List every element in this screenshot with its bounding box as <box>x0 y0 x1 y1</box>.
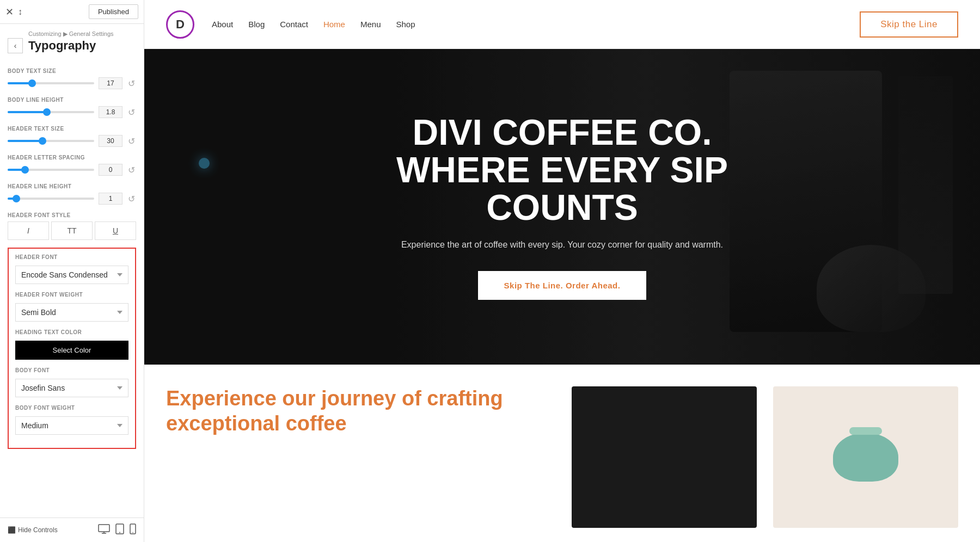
body-font-label: BODY FONT <box>15 367 128 373</box>
italic-button[interactable]: I <box>8 221 49 240</box>
close-button[interactable]: ✕ <box>5 6 14 18</box>
device-icons <box>98 523 136 537</box>
hero-cta-button[interactable]: Skip The Line. Order Ahead. <box>478 271 647 300</box>
header-font-style-group: HEADER FONT STYLE I TT U <box>8 212 136 240</box>
sort-button[interactable]: ↕ <box>18 7 22 17</box>
body-line-height-label: BODY LINE HEIGHT <box>8 97 136 103</box>
header-font-style-label: HEADER FONT STYLE <box>8 212 136 218</box>
header-text-size-group: HEADER TEXT SIZE ↺ <box>8 126 136 147</box>
section-heading: Experience our journey of crafting excep… <box>166 386 555 436</box>
body-font-group: BODY FONT Josefin Sans Arial Georgia Rob… <box>15 367 128 397</box>
body-text-size-value[interactable] <box>99 77 122 89</box>
panel-controls: BODY TEXT SIZE ↺ BODY LINE HEIGHT ↺ <box>0 63 144 518</box>
header-font-label: HEADER FONT <box>15 254 128 260</box>
content-card-2 <box>773 386 958 528</box>
header-font-group: HEADER FONT Encode Sans Condensed Arial … <box>15 254 128 284</box>
header-text-size-reset[interactable]: ↺ <box>127 136 136 146</box>
top-bar-left: ✕ ↕ <box>5 6 22 18</box>
content-left: Experience our journey of crafting excep… <box>166 386 555 531</box>
mobile-icon-button[interactable] <box>130 523 136 537</box>
nav-home[interactable]: Home <box>323 20 345 29</box>
header-letter-spacing-row: ↺ <box>8 164 136 176</box>
tablet-icon-button[interactable] <box>115 523 124 537</box>
nav-skip-line-button[interactable]: Skip the Line <box>860 11 958 38</box>
body-text-size-reset[interactable]: ↺ <box>127 78 136 89</box>
header-font-select[interactable]: Encode Sans Condensed Arial Georgia Robo… <box>15 266 128 284</box>
body-line-height-slider[interactable] <box>8 111 94 113</box>
site-preview: D About Blog Contact Home Menu Shop Skip… <box>144 0 980 542</box>
nav-menu[interactable]: Menu <box>360 20 381 29</box>
header-line-height-value[interactable] <box>99 193 122 205</box>
site-logo: D <box>166 10 194 39</box>
hero-title: DIVI COFFEE CO. WHERE EVERY SIP COUNTS <box>356 114 769 227</box>
bottom-bar: ⬛ Hide Controls <box>0 518 144 542</box>
body-font-weight-label: BODY FONT WEIGHT <box>15 405 128 411</box>
body-text-size-label: BODY TEXT SIZE <box>8 68 136 74</box>
breadcrumb: Customizing ▶ General Settings Typograph… <box>28 30 114 60</box>
header-letter-spacing-reset[interactable]: ↺ <box>127 165 136 175</box>
nav-blog[interactable]: Blog <box>248 20 265 29</box>
header-line-height-slider[interactable] <box>8 198 94 200</box>
body-line-height-row: ↺ <box>8 106 136 118</box>
body-font-select[interactable]: Josefin Sans Arial Georgia Roboto <box>15 379 128 397</box>
header-font-weight-label: HEADER FONT WEIGHT <box>15 292 128 298</box>
body-font-weight-select[interactable]: Medium Regular Bold Light <box>15 416 128 435</box>
heading-text-color-label: HEADING TEXT COLOR <box>15 329 128 335</box>
header-text-size-slider[interactable] <box>8 140 94 142</box>
header-letter-spacing-value[interactable] <box>99 164 122 176</box>
back-button[interactable]: ‹ <box>8 38 23 53</box>
top-bar: ✕ ↕ Published <box>0 0 144 24</box>
content-card-1 <box>572 386 757 528</box>
body-font-weight-group: BODY FONT WEIGHT Medium Regular Bold Lig… <box>15 405 128 435</box>
body-line-height-value[interactable] <box>99 106 122 118</box>
header-letter-spacing-slider[interactable] <box>8 169 94 171</box>
body-text-size-row: ↺ <box>8 77 136 89</box>
header-line-height-label: HEADER LINE HEIGHT <box>8 183 136 189</box>
header-text-size-row: ↺ <box>8 135 136 147</box>
desktop-icon-button[interactable] <box>98 523 110 537</box>
svg-point-2 <box>119 532 120 533</box>
panel-title: Typography <box>28 38 114 60</box>
header-letter-spacing-label: HEADER LETTER SPACING <box>8 155 136 161</box>
hero-section: DIVI COFFEE CO. WHERE EVERY SIP COUNTS E… <box>144 49 980 365</box>
hero-content: DIVI COFFEE CO. WHERE EVERY SIP COUNTS E… <box>345 114 780 300</box>
underline-button[interactable]: U <box>95 221 136 240</box>
content-section: Experience our journey of crafting excep… <box>144 365 980 542</box>
svg-point-4 <box>132 532 133 533</box>
heading-text-color-group: HEADING TEXT COLOR Select Color <box>15 329 128 360</box>
published-button[interactable]: Published <box>89 4 138 19</box>
font-style-row: I TT U <box>8 221 136 240</box>
site-nav: D About Blog Contact Home Menu Shop Skip… <box>144 0 980 49</box>
body-text-size-slider[interactable] <box>8 82 94 84</box>
header-letter-spacing-group: HEADER LETTER SPACING ↺ <box>8 155 136 176</box>
font-settings-section: HEADER FONT Encode Sans Condensed Arial … <box>8 248 136 449</box>
monitor-icon: ⬛ <box>8 526 16 534</box>
select-color-button[interactable]: Select Color <box>15 341 128 360</box>
header-font-weight-select[interactable]: Semi Bold Regular Bold Light <box>15 303 128 322</box>
nav-shop[interactable]: Shop <box>396 20 415 29</box>
nav-contact[interactable]: Contact <box>280 20 308 29</box>
hide-controls-button[interactable]: ⬛ Hide Controls <box>8 526 58 534</box>
breadcrumb-text: Customizing ▶ General Settings <box>28 30 114 38</box>
svg-rect-0 <box>99 525 109 532</box>
body-line-height-reset[interactable]: ↺ <box>127 107 136 118</box>
body-line-height-group: BODY LINE HEIGHT ↺ <box>8 97 136 118</box>
back-nav: ‹ Customizing ▶ General Settings Typogra… <box>0 24 144 63</box>
nav-about[interactable]: About <box>212 20 233 29</box>
header-line-height-row: ↺ <box>8 193 136 205</box>
header-line-height-reset[interactable]: ↺ <box>127 194 136 204</box>
header-font-weight-group: HEADER FONT WEIGHT Semi Bold Regular Bol… <box>15 292 128 322</box>
hero-subtitle: Experience the art of coffee with every … <box>356 238 769 252</box>
header-line-height-group: HEADER LINE HEIGHT ↺ <box>8 183 136 205</box>
header-text-size-value[interactable] <box>99 135 122 147</box>
body-text-size-group: BODY TEXT SIZE ↺ <box>8 68 136 89</box>
nav-links: About Blog Contact Home Menu Shop <box>212 20 860 29</box>
customizer-panel: ✕ ↕ Published ‹ Customizing ▶ General Se… <box>0 0 144 542</box>
header-text-size-label: HEADER TEXT SIZE <box>8 126 136 132</box>
allcaps-button[interactable]: TT <box>51 221 93 240</box>
hide-controls-label: Hide Controls <box>18 526 58 534</box>
